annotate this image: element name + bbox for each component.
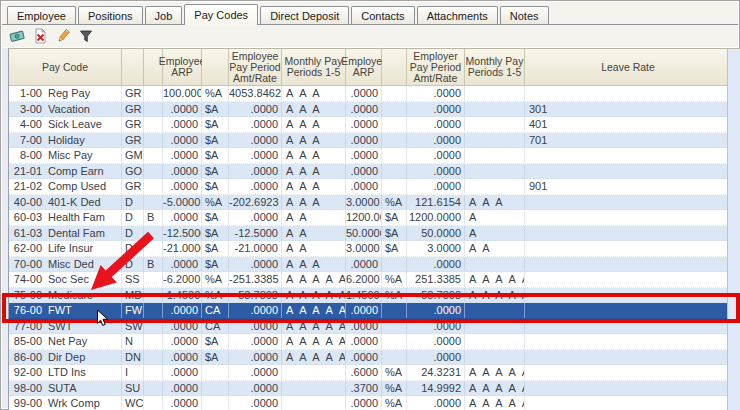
- table-row[interactable]: 40-00 401-K Ded D -5.0000 %A -202.6923 A…: [9, 195, 728, 211]
- cell-employer-monthly-periods: A: [465, 226, 525, 241]
- cell-flag: B: [144, 257, 163, 272]
- grid-body: 1-00 Reg Pay GR 100.0000 %A 4053.8462 A …: [9, 86, 728, 410]
- pay-codes-table: Pay Code Employee ARP Employee Pay Perio…: [8, 48, 740, 410]
- cell-employer-amt: .0000: [407, 133, 465, 148]
- cell-type: I: [122, 365, 144, 380]
- cell-employer-amt: .0000: [407, 303, 465, 318]
- table-row[interactable]: 62-00 Life Insur D -21.0000 $A -21.0000 …: [9, 241, 728, 257]
- cell-employee-rate-type: CA: [202, 303, 229, 318]
- cell-employee-rate-type: $A: [202, 179, 229, 194]
- cell-employee-amt: -58.7808: [229, 288, 282, 303]
- header-leave-rate[interactable]: Leave Rate: [525, 49, 728, 86]
- cell-flag: [144, 288, 163, 303]
- cell-employee-rate-type: $A: [202, 164, 229, 179]
- table-row[interactable]: 61-03 Dental Fam D -12.5000 $A -12.5000 …: [9, 226, 728, 242]
- cell-employer-rate-type: $A: [382, 226, 407, 241]
- cell-employer-amt: .0000: [407, 257, 465, 272]
- cell-employer-monthly-periods: [465, 117, 525, 132]
- cell-type: D: [122, 257, 144, 272]
- table-row[interactable]: 98-00 SUTA SU .0000 .0000 .3700 %A 14.99…: [9, 381, 728, 397]
- money-icon[interactable]: [8, 28, 26, 45]
- cell-employer-arp: 6.2000: [346, 272, 382, 287]
- cell-employer-rate-type: %A: [382, 381, 407, 396]
- tab[interactable]: Attachments: [417, 6, 498, 24]
- table-row[interactable]: 1-00 Reg Pay GR 100.0000 %A 4053.8462 A …: [9, 86, 728, 102]
- table-row[interactable]: 60-03 Health Fam D B .0000 $A .0000 A A …: [9, 210, 728, 226]
- cell-employee-arp: .0000: [163, 117, 202, 132]
- header-emp-type-blank[interactable]: [202, 49, 229, 86]
- cell-pay-code: 98-00 SUTA: [9, 381, 122, 396]
- cell-employer-rate-type: [382, 133, 407, 148]
- table-row[interactable]: 85-00 Net Pay N .0000 $A .0000 A A A A A…: [9, 334, 728, 350]
- cell-employee-rate-type: $A: [202, 257, 229, 272]
- table-row[interactable]: 4-00 Sick Leave GR .0000 $A .0000 A A A …: [9, 117, 728, 133]
- cell-employee-monthly-periods: A A A: [282, 164, 346, 179]
- tab[interactable]: Employee: [7, 6, 76, 24]
- cell-leave-rate: [525, 334, 728, 349]
- header-type-blank[interactable]: [122, 49, 144, 86]
- cell-flag: B: [144, 210, 163, 225]
- delete-icon[interactable]: [31, 28, 49, 45]
- table-row[interactable]: 76-00 FWT FW .0000 CA .0000 A A A A A .0…: [9, 303, 728, 319]
- cell-employee-rate-type: [202, 396, 229, 410]
- header-monthly-2[interactable]: Monthly Pay Periods 1-5: [465, 49, 525, 86]
- cell-employee-rate-type: CA: [202, 319, 229, 334]
- cell-employee-amt: .0000: [229, 350, 282, 365]
- cell-leave-rate: 401: [525, 117, 728, 132]
- cell-type: GR: [122, 179, 144, 194]
- table-row[interactable]: 3-00 Vacation GR .0000 $A .0000 A A A .0…: [9, 102, 728, 118]
- tab[interactable]: Contacts: [351, 6, 414, 24]
- cell-employer-amt: .0000: [407, 396, 465, 410]
- table-row[interactable]: 92-00 LTD Ins I .0000 .0000 .6000 %A 24.…: [9, 365, 728, 381]
- header-er-type-blank[interactable]: [382, 49, 407, 86]
- cell-employer-monthly-periods: A A A A A: [465, 396, 525, 410]
- cell-pay-code: 21-02 Comp Used: [9, 179, 122, 194]
- tab[interactable]: Direct Deposit: [260, 6, 349, 24]
- edit-icon[interactable]: [54, 28, 72, 45]
- table-row[interactable]: 21-02 Comp Used GR .0000 $A .0000 A A A …: [9, 179, 728, 195]
- table-row[interactable]: 70-00 Misc Ded D B .0000 $A .0000 A A A …: [9, 257, 728, 273]
- cell-employer-arp: .0000: [346, 102, 382, 117]
- header-employee-amt[interactable]: Employee Pay Period Amt/Rate: [229, 49, 282, 86]
- cell-employee-rate-type: $A: [202, 350, 229, 365]
- table-row[interactable]: 86-00 Dir Dep DN .0000 $A .0000 A A A A …: [9, 350, 728, 366]
- table-row[interactable]: 7-00 Holiday GR .0000 $A .0000 A A A .00…: [9, 133, 728, 149]
- table-row[interactable]: 74-00 Soc Sec SS -6.2000 %A -251.3385 A …: [9, 272, 728, 288]
- tab[interactable]: Job: [145, 6, 183, 24]
- header-employee-arp[interactable]: Employee ARP: [163, 49, 202, 86]
- cell-employer-monthly-periods: A A A A A: [465, 381, 525, 396]
- pay-code-number: 70-00: [9, 257, 42, 272]
- cell-employee-arp: .0000: [163, 210, 202, 225]
- cell-employee-arp: .0000: [163, 303, 202, 318]
- header-pay-code[interactable]: Pay Code: [9, 49, 122, 86]
- vertical-scrollbar[interactable]: [727, 49, 740, 410]
- tab[interactable]: Notes: [500, 6, 549, 24]
- cell-employee-rate-type: [202, 381, 229, 396]
- cell-leave-rate: [525, 350, 728, 365]
- filter-icon[interactable]: [77, 28, 95, 45]
- header-employer-arp[interactable]: Employer ARP: [346, 49, 382, 86]
- header-monthly-1[interactable]: Monthly Pay Periods 1-5: [282, 49, 346, 86]
- pay-code-number: 86-00: [9, 350, 42, 365]
- table-row[interactable]: 75-00 Medicare MD -1.4500 %A -58.7808 A …: [9, 288, 728, 304]
- header-employer-amt[interactable]: Employer Pay Period Amt/Rate: [407, 49, 465, 86]
- table-row[interactable]: 8-00 Misc Pay GM .0000 $A .0000 A A A .0…: [9, 148, 728, 164]
- cell-employee-monthly-periods: A A A A A: [282, 350, 346, 365]
- pay-code-number: 21-01: [9, 164, 42, 179]
- pay-code-name: Wrk Comp: [48, 396, 100, 410]
- cell-type: DN: [122, 350, 144, 365]
- pay-code-name: Medicare: [48, 288, 93, 303]
- table-row[interactable]: 21-01 Comp Earn GO .0000 $A .0000 A A A …: [9, 164, 728, 180]
- cell-pay-code: 85-00 Net Pay: [9, 334, 122, 349]
- tab[interactable]: Pay Codes: [184, 4, 258, 25]
- tab[interactable]: Positions: [78, 6, 143, 24]
- cell-employer-arp: .0000: [346, 303, 382, 318]
- cell-flag: [144, 195, 163, 210]
- table-row[interactable]: 77-00 SWT SW .0000 CA .0000 A A A A A .0…: [9, 319, 728, 335]
- cell-pay-code: 62-00 Life Insur: [9, 241, 122, 256]
- cell-pay-code: 70-00 Misc Ded: [9, 257, 122, 272]
- cell-leave-rate: 701: [525, 133, 728, 148]
- table-row[interactable]: 99-00 Wrk Comp WC .0000 .0000 .0000 %A .…: [9, 396, 728, 410]
- cell-employee-amt: -251.3385: [229, 272, 282, 287]
- cell-leave-rate: [525, 164, 728, 179]
